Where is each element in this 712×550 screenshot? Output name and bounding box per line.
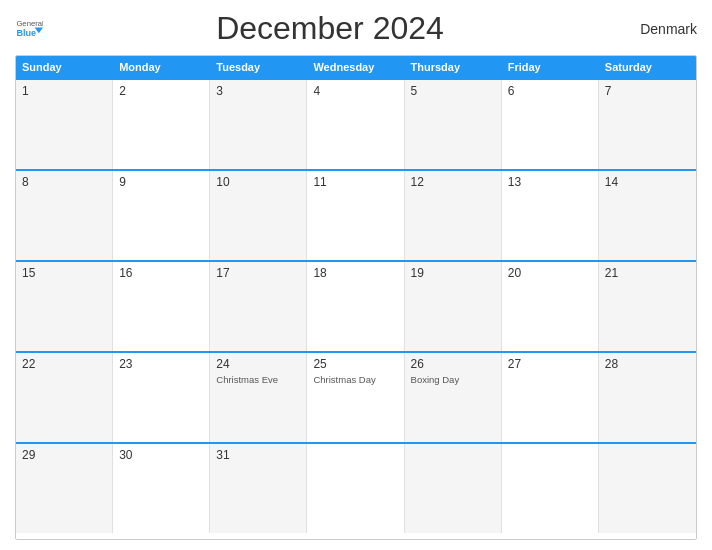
day-number: 10: [216, 175, 300, 189]
day-cell-w3-d4: 18: [307, 262, 404, 351]
day-number: 27: [508, 357, 592, 371]
week-row-3: 15161718192021: [16, 260, 696, 351]
day-number: 22: [22, 357, 106, 371]
header-thursday: Thursday: [405, 56, 502, 78]
header-monday: Monday: [113, 56, 210, 78]
week-row-1: 1234567: [16, 78, 696, 169]
day-number: 30: [119, 448, 203, 462]
day-number: 12: [411, 175, 495, 189]
day-number: 1: [22, 84, 106, 98]
day-cell-w3-d1: 15: [16, 262, 113, 351]
day-cell-w4-d7: 28: [599, 353, 696, 442]
day-cell-w5-d1: 29: [16, 444, 113, 533]
day-cell-w2-d4: 11: [307, 171, 404, 260]
day-number: 15: [22, 266, 106, 280]
header: General Blue December 2024 Denmark: [15, 10, 697, 47]
day-cell-w3-d3: 17: [210, 262, 307, 351]
calendar-body: 123456789101112131415161718192021222324C…: [16, 78, 696, 533]
calendar-page: General Blue December 2024 Denmark Sunda…: [0, 0, 712, 550]
day-cell-w3-d2: 16: [113, 262, 210, 351]
holiday-name: Christmas Eve: [216, 374, 278, 385]
day-cell-w1-d1: 1: [16, 80, 113, 169]
day-number: 14: [605, 175, 690, 189]
day-cell-w2-d1: 8: [16, 171, 113, 260]
day-cell-w5-d2: 30: [113, 444, 210, 533]
day-cell-w4-d5: 26Boxing Day: [405, 353, 502, 442]
day-number: 29: [22, 448, 106, 462]
header-wednesday: Wednesday: [307, 56, 404, 78]
day-cell-w1-d2: 2: [113, 80, 210, 169]
day-cell-w5-d6: [502, 444, 599, 533]
day-number: 19: [411, 266, 495, 280]
day-cell-w1-d4: 4: [307, 80, 404, 169]
week-row-5: 293031: [16, 442, 696, 533]
day-number: 16: [119, 266, 203, 280]
day-cell-w4-d3: 24Christmas Eve: [210, 353, 307, 442]
day-cell-w1-d3: 3: [210, 80, 307, 169]
day-cell-w2-d5: 12: [405, 171, 502, 260]
day-cell-w1-d6: 6: [502, 80, 599, 169]
calendar: Sunday Monday Tuesday Wednesday Thursday…: [15, 55, 697, 540]
day-number: 20: [508, 266, 592, 280]
generalblue-logo-icon: General Blue: [15, 15, 43, 43]
day-cell-w5-d5: [405, 444, 502, 533]
day-cell-w2-d3: 10: [210, 171, 307, 260]
day-cell-w2-d7: 14: [599, 171, 696, 260]
day-number: 2: [119, 84, 203, 98]
day-cell-w5-d3: 31: [210, 444, 307, 533]
day-cell-w5-d7: [599, 444, 696, 533]
day-number: 21: [605, 266, 690, 280]
days-header: Sunday Monday Tuesday Wednesday Thursday…: [16, 56, 696, 78]
day-number: 3: [216, 84, 300, 98]
header-friday: Friday: [502, 56, 599, 78]
country-label: Denmark: [617, 21, 697, 37]
holiday-name: Christmas Day: [313, 374, 375, 385]
day-cell-w4-d4: 25Christmas Day: [307, 353, 404, 442]
day-number: 9: [119, 175, 203, 189]
day-number: 8: [22, 175, 106, 189]
header-saturday: Saturday: [599, 56, 696, 78]
day-cell-w4-d6: 27: [502, 353, 599, 442]
week-row-4: 222324Christmas Eve25Christmas Day26Boxi…: [16, 351, 696, 442]
day-cell-w3-d7: 21: [599, 262, 696, 351]
svg-text:General: General: [16, 19, 43, 28]
day-number: 4: [313, 84, 397, 98]
day-cell-w4-d2: 23: [113, 353, 210, 442]
svg-text:Blue: Blue: [16, 28, 36, 38]
day-cell-w3-d5: 19: [405, 262, 502, 351]
day-number: 5: [411, 84, 495, 98]
logo: General Blue: [15, 15, 43, 43]
month-title: December 2024: [43, 10, 617, 47]
day-number: 26: [411, 357, 495, 371]
day-number: 7: [605, 84, 690, 98]
day-cell-w4-d1: 22: [16, 353, 113, 442]
header-tuesday: Tuesday: [210, 56, 307, 78]
day-number: 28: [605, 357, 690, 371]
day-number: 18: [313, 266, 397, 280]
day-number: 23: [119, 357, 203, 371]
week-row-2: 891011121314: [16, 169, 696, 260]
day-cell-w5-d4: [307, 444, 404, 533]
day-number: 6: [508, 84, 592, 98]
day-cell-w1-d5: 5: [405, 80, 502, 169]
day-number: 17: [216, 266, 300, 280]
day-number: 13: [508, 175, 592, 189]
header-sunday: Sunday: [16, 56, 113, 78]
day-number: 24: [216, 357, 300, 371]
day-number: 31: [216, 448, 300, 462]
day-cell-w2-d6: 13: [502, 171, 599, 260]
day-number: 25: [313, 357, 397, 371]
day-cell-w2-d2: 9: [113, 171, 210, 260]
day-number: 11: [313, 175, 397, 189]
day-cell-w1-d7: 7: [599, 80, 696, 169]
day-cell-w3-d6: 20: [502, 262, 599, 351]
holiday-name: Boxing Day: [411, 374, 460, 385]
